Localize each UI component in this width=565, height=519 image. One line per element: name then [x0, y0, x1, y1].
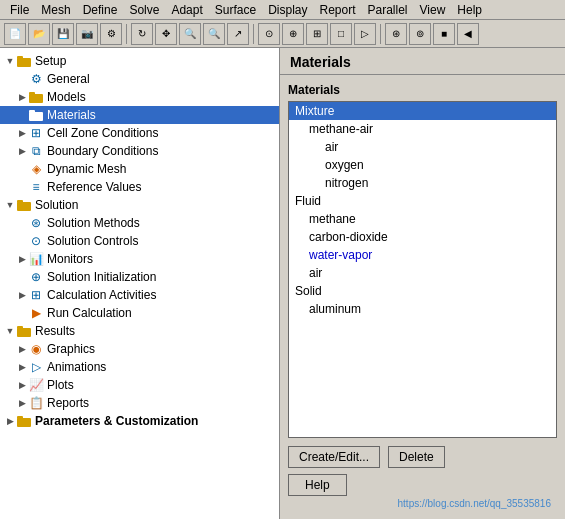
toolbar-screenshot[interactable]: 📷: [76, 23, 98, 45]
tree-label-animations: Animations: [47, 360, 106, 374]
svg-rect-8: [17, 328, 31, 337]
toolbar-open[interactable]: 📂: [28, 23, 50, 45]
toolbar-cursor[interactable]: ↗: [227, 23, 249, 45]
toolbar-view3[interactable]: ⊞: [306, 23, 328, 45]
toolbar-zoom-in[interactable]: 🔍: [179, 23, 201, 45]
tree-arrow-calc-activities: ▶: [16, 289, 28, 301]
monitors-icon: 📊: [28, 251, 44, 267]
toolbar-separator-1: [126, 24, 127, 44]
toolbar-extra3[interactable]: ■: [433, 23, 455, 45]
tree-item-graphics[interactable]: ▶ ◉ Graphics: [0, 340, 279, 358]
toolbar-move[interactable]: ✥: [155, 23, 177, 45]
list-item-aluminum[interactable]: aluminum: [289, 300, 556, 318]
menu-adapt[interactable]: Adapt: [165, 1, 208, 19]
toolbar-rotate[interactable]: ↻: [131, 23, 153, 45]
tree-item-solution-init[interactable]: ▶ ⊕ Solution Initialization: [0, 268, 279, 286]
materials-list[interactable]: Mixture methane-air air oxygen nitrogen …: [288, 101, 557, 438]
toolbar-view2[interactable]: ⊕: [282, 23, 304, 45]
tree-item-dynamic-mesh[interactable]: ▶ ◈ Dynamic Mesh: [0, 160, 279, 178]
tree-label-reports: Reports: [47, 396, 89, 410]
list-item-solid[interactable]: Solid: [289, 282, 556, 300]
toolbar-settings[interactable]: ⚙: [100, 23, 122, 45]
tree-item-boundary[interactable]: ▶ ⧉ Boundary Conditions: [0, 142, 279, 160]
tree-item-solution[interactable]: ▼ Solution: [0, 196, 279, 214]
tree-item-general[interactable]: ▶ ⚙ General: [0, 70, 279, 88]
menu-surface[interactable]: Surface: [209, 1, 262, 19]
list-item-methane-air[interactable]: methane-air: [289, 120, 556, 138]
tree-label-cell-zone: Cell Zone Conditions: [47, 126, 158, 140]
tree-arrow-solution: ▼: [4, 199, 16, 211]
tree-arrow-graphics: ▶: [16, 343, 28, 355]
svg-rect-3: [29, 92, 35, 95]
list-item-air2[interactable]: air: [289, 264, 556, 282]
menu-view[interactable]: View: [414, 1, 452, 19]
folder-icon-results: [16, 323, 32, 339]
tree-item-calc-activities[interactable]: ▶ ⊞ Calculation Activities: [0, 286, 279, 304]
list-item-nitrogen[interactable]: nitrogen: [289, 174, 556, 192]
folder-icon-models: [28, 89, 44, 105]
toolbar-extra4[interactable]: ◀: [457, 23, 479, 45]
list-item-air1[interactable]: air: [289, 138, 556, 156]
svg-rect-2: [29, 94, 43, 103]
help-button[interactable]: Help: [288, 474, 347, 496]
svg-rect-6: [17, 202, 31, 211]
tree-arrow-reports: ▶: [16, 397, 28, 409]
list-item-carbon-dioxide[interactable]: carbon-dioxide: [289, 228, 556, 246]
menu-file[interactable]: File: [4, 1, 35, 19]
tree-item-reports[interactable]: ▶ 📋 Reports: [0, 394, 279, 412]
toolbar-view4[interactable]: □: [330, 23, 352, 45]
tree-item-parameters[interactable]: ▶ Parameters & Customization: [0, 412, 279, 430]
toolbar-extra1[interactable]: ⊛: [385, 23, 407, 45]
list-item-mixture[interactable]: Mixture: [289, 102, 556, 120]
toolbar-zoom-out[interactable]: 🔍: [203, 23, 225, 45]
toolbar-view5[interactable]: ▷: [354, 23, 376, 45]
create-edit-button[interactable]: Create/Edit...: [288, 446, 380, 468]
tree-item-plots[interactable]: ▶ 📈 Plots: [0, 376, 279, 394]
tree-item-results[interactable]: ▼ Results: [0, 322, 279, 340]
tree-item-reference-values[interactable]: ▶ ≡ Reference Values: [0, 178, 279, 196]
toolbar-save[interactable]: 💾: [52, 23, 74, 45]
list-item-water-vapor[interactable]: water-vapor: [289, 246, 556, 264]
tree-item-models[interactable]: ▶ Models: [0, 88, 279, 106]
delete-button[interactable]: Delete: [388, 446, 445, 468]
toolbar-new[interactable]: 📄: [4, 23, 26, 45]
tree-item-animations[interactable]: ▶ ▷ Animations: [0, 358, 279, 376]
tree-item-solution-methods[interactable]: ▶ ⊛ Solution Methods: [0, 214, 279, 232]
tree-label-results: Results: [35, 324, 75, 338]
tree-item-setup[interactable]: ▼ Setup: [0, 52, 279, 70]
calc-icon: ⊞: [28, 287, 44, 303]
svg-rect-10: [17, 418, 31, 427]
list-item-oxygen[interactable]: oxygen: [289, 156, 556, 174]
tree-label-plots: Plots: [47, 378, 74, 392]
tree-item-solution-controls[interactable]: ▶ ⊙ Solution Controls: [0, 232, 279, 250]
menu-help[interactable]: Help: [451, 1, 488, 19]
menu-solve[interactable]: Solve: [123, 1, 165, 19]
tree-item-materials[interactable]: ▶ Materials: [0, 106, 279, 124]
menu-display[interactable]: Display: [262, 1, 313, 19]
menu-report[interactable]: Report: [313, 1, 361, 19]
menu-mesh[interactable]: Mesh: [35, 1, 76, 19]
panel-section-title: Materials: [288, 83, 557, 97]
right-panel: Materials Materials Mixture methane-air …: [280, 48, 565, 519]
list-item-methane[interactable]: methane: [289, 210, 556, 228]
toolbar-separator-2: [253, 24, 254, 44]
list-item-fluid[interactable]: Fluid: [289, 192, 556, 210]
mesh-icon: ◈: [28, 161, 44, 177]
tree-item-monitors[interactable]: ▶ 📊 Monitors: [0, 250, 279, 268]
menu-parallel[interactable]: Parallel: [362, 1, 414, 19]
anim-icon: ▷: [28, 359, 44, 375]
toolbar-view1[interactable]: ⊙: [258, 23, 280, 45]
panel-title: Materials: [280, 48, 565, 75]
menu-define[interactable]: Define: [77, 1, 124, 19]
watermark: https://blog.csdn.net/qq_35535816: [288, 496, 557, 511]
report-icon: 📋: [28, 395, 44, 411]
tree-label-materials: Materials: [47, 108, 96, 122]
tree-item-cell-zone[interactable]: ▶ ⊞ Cell Zone Conditions: [0, 124, 279, 142]
svg-rect-11: [17, 416, 23, 419]
toolbar-separator-3: [380, 24, 381, 44]
panel-content: Materials Mixture methane-air air oxygen…: [280, 75, 565, 519]
tree-arrow-models: ▶: [16, 91, 28, 103]
tree-label-solution-init: Solution Initialization: [47, 270, 156, 284]
tree-item-run-calc[interactable]: ▶ ▶ Run Calculation: [0, 304, 279, 322]
toolbar-extra2[interactable]: ⊚: [409, 23, 431, 45]
